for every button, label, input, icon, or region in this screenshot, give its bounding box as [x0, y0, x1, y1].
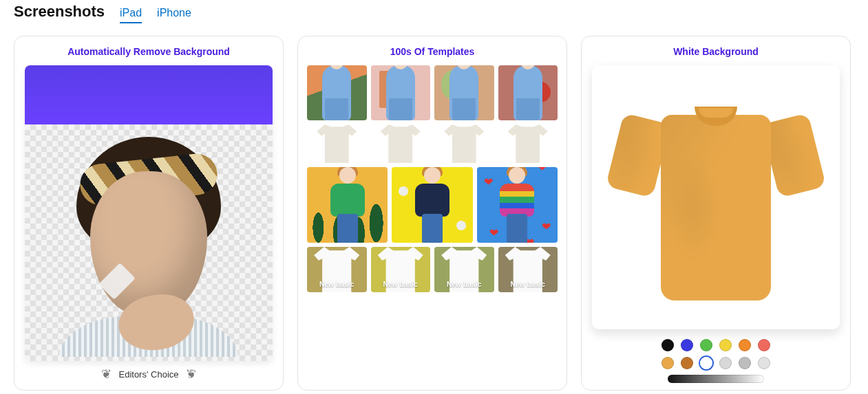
swatch-row-2	[661, 357, 770, 369]
gradient-swatch[interactable]	[668, 375, 764, 383]
template-thumb	[498, 65, 558, 120]
subject-cutout	[59, 96, 238, 357]
color-swatch[interactable]	[758, 357, 770, 369]
color-swatch[interactable]	[719, 357, 732, 369]
product-image-tshirt	[633, 94, 798, 300]
laurel-right-icon: ❦	[186, 368, 196, 380]
screenshot-card-templates[interactable]: 100s Of Templates .tpl-grid { display:no…	[297, 36, 567, 391]
template-caption: New basic	[498, 281, 558, 288]
device-tabs: iPad iPhone	[120, 7, 191, 23]
color-swatch[interactable]	[719, 339, 732, 351]
template-thumb	[307, 167, 388, 243]
editors-choice-badge: ❦ Editors' Choice ❦	[101, 368, 195, 380]
template-thumb	[307, 65, 367, 120]
badge-text: Editors' Choice	[118, 369, 178, 380]
template-thumb: New basic	[307, 247, 367, 292]
template-thumb	[392, 167, 472, 243]
screenshot-card-remove-background[interactable]: Automatically Remove Background ❦ Editor…	[14, 36, 284, 391]
color-swatch[interactable]	[681, 339, 693, 351]
tab-iphone[interactable]: iPhone	[157, 7, 191, 23]
color-swatch[interactable]	[661, 339, 674, 351]
remove-bg-preview	[25, 65, 273, 361]
laurel-left-icon: ❦	[101, 368, 112, 380]
template-caption: New basic	[371, 281, 431, 288]
section-title: Screenshots	[14, 3, 105, 21]
color-swatch[interactable]	[700, 357, 712, 369]
color-swatch[interactable]	[700, 339, 712, 351]
template-thumb: New basic	[371, 247, 431, 292]
swatch-row-1	[661, 339, 770, 351]
color-swatch[interactable]	[661, 357, 674, 369]
template-thumb	[477, 167, 558, 243]
color-swatch[interactable]	[681, 357, 693, 369]
color-swatch[interactable]	[739, 357, 751, 369]
color-swatch[interactable]	[739, 339, 751, 351]
color-swatch[interactable]	[758, 339, 770, 351]
template-thumb	[371, 65, 431, 120]
template-thumb	[434, 65, 494, 120]
card-title: 100s Of Templates	[390, 46, 475, 57]
template-thumb: New basic	[434, 247, 494, 292]
template-caption: New basic	[307, 281, 367, 288]
product-canvas	[592, 65, 840, 329]
screenshot-card-white-background[interactable]: White Background	[581, 36, 851, 391]
template-thumb	[498, 124, 558, 163]
card-title: White Background	[673, 46, 759, 57]
template-caption: New basic	[434, 281, 494, 288]
template-thumb	[307, 124, 367, 163]
tab-ipad[interactable]: iPad	[120, 7, 142, 23]
color-swatches	[661, 339, 770, 383]
template-thumb	[434, 124, 494, 163]
template-thumb: New basic	[498, 247, 558, 292]
card-title: Automatically Remove Background	[67, 46, 230, 57]
screenshots-row: Automatically Remove Background ❦ Editor…	[0, 32, 868, 391]
templates-grid: New basic New basic New basic New basic	[307, 65, 558, 292]
template-thumb	[371, 124, 431, 163]
